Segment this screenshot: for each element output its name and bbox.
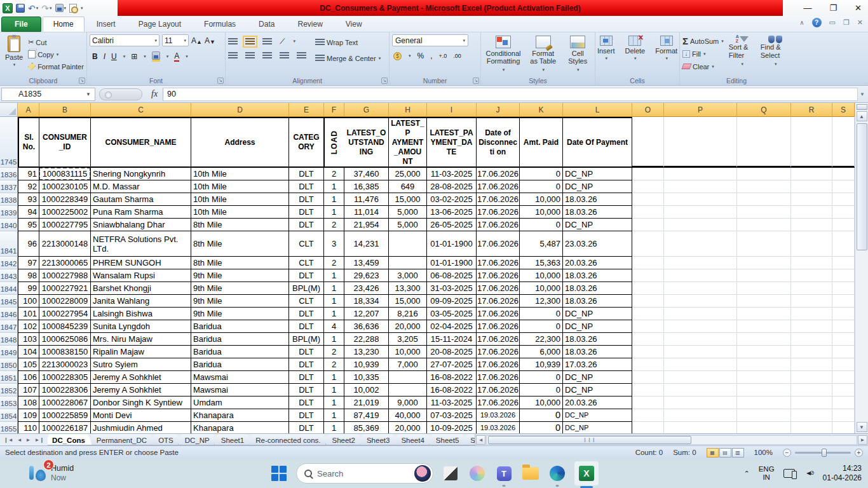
cell[interactable]: DC_NP [563, 308, 632, 320]
cell[interactable]: Mawsmai [191, 384, 289, 396]
cell[interactable]: 17.06.2026 [477, 219, 520, 231]
cell[interactable] [791, 168, 832, 180]
column-header-G[interactable]: G [344, 103, 389, 117]
cell[interactable]: 23.03.26 [563, 231, 632, 257]
alignment-dialog-launcher[interactable]: ↘ [381, 78, 388, 84]
cell[interactable] [664, 180, 737, 193]
scroll-left-icon[interactable]: ◄ [476, 435, 485, 445]
scroll-down-icon[interactable]: ▼ [857, 422, 867, 432]
cell[interactable]: 20.03.26 [563, 396, 632, 409]
cell[interactable]: DC_NP [563, 168, 632, 180]
ribbon-tab-file[interactable]: File [1, 17, 41, 32]
cell[interactable]: BPL(M) [289, 282, 324, 295]
ribbon-tab-formulas[interactable]: Formulas [193, 17, 247, 32]
cell[interactable]: 106 [18, 371, 39, 384]
minimize-button[interactable]: — [803, 4, 811, 12]
cell[interactable]: 0 [520, 409, 563, 422]
column-header-P[interactable]: P [664, 103, 737, 117]
cell[interactable]: 1 [324, 193, 344, 206]
cell[interactable]: 11-03-2025 [427, 168, 477, 180]
volume-muted-icon[interactable] [804, 469, 814, 478]
cell[interactable] [664, 333, 737, 346]
cell[interactable]: 17.06.2026 [477, 168, 520, 180]
cell[interactable]: 9th Mile [191, 308, 289, 320]
cell[interactable]: 1000227954 [39, 308, 91, 320]
autosum-button[interactable]: ΣAutoSum▾ [682, 36, 724, 46]
cell[interactable] [632, 257, 664, 269]
first-sheet-icon[interactable]: ❙◄ [4, 437, 13, 443]
fill-button[interactable]: ↓Fill▾ [682, 48, 724, 59]
cell[interactable] [737, 346, 791, 358]
cell[interactable]: 03-02-2025 [427, 193, 477, 206]
cell[interactable] [664, 282, 737, 295]
cell[interactable]: 2213000065 [39, 257, 91, 269]
column-header-F[interactable]: F [324, 103, 344, 117]
cell[interactable]: 01-01-1900 [427, 257, 477, 269]
row-number-1847[interactable]: 1847 [0, 320, 18, 333]
cell[interactable]: 14,231 [344, 231, 389, 257]
cell[interactable]: 0 [520, 308, 563, 320]
cell[interactable] [832, 231, 855, 257]
row-number-1853[interactable]: 1853 [0, 396, 18, 409]
zoom-level[interactable]: 100% [754, 449, 773, 456]
last-sheet-icon[interactable]: ►❙ [34, 437, 44, 443]
shrink-font-button[interactable]: A▼ [205, 36, 215, 45]
taskbar-search[interactable]: Search [296, 463, 433, 484]
paste-button[interactable]: Paste ▾ [3, 34, 25, 72]
cell[interactable]: 20,000 [389, 320, 427, 333]
cell[interactable]: Donbor Singh K Syntiew [91, 396, 191, 409]
cell[interactable] [832, 180, 855, 193]
cell[interactable]: 87,419 [344, 409, 389, 422]
cell[interactable] [632, 371, 664, 384]
cell[interactable]: 9th Mile [191, 295, 289, 308]
row-number-1841[interactable]: 1841 [0, 231, 18, 257]
cell[interactable]: DLT [289, 346, 324, 358]
cell[interactable]: Barshet Khongji [91, 282, 191, 295]
cell[interactable]: 16-08-2022 [427, 384, 477, 396]
cell[interactable]: DLT [289, 409, 324, 422]
sheet-tab-sheet1[interactable]: Sheet1 [214, 434, 251, 445]
cell[interactable]: 94 [18, 206, 39, 219]
name-box-dropdown-icon[interactable]: ▼ [86, 92, 91, 97]
cell[interactable]: DC_NP [563, 422, 632, 433]
taskbar-edge[interactable] [548, 464, 567, 483]
taskbar-teams[interactable]: T [494, 464, 513, 483]
cell[interactable] [791, 231, 832, 257]
cell[interactable]: 1000227921 [39, 282, 91, 295]
excel-logo-icon[interactable]: X [3, 3, 13, 14]
cell[interactable]: 10,000 [520, 396, 563, 409]
cell[interactable]: 1000227988 [39, 269, 91, 282]
cell[interactable]: 1000228305 [39, 371, 91, 384]
cell[interactable]: 0 [520, 371, 563, 384]
workbook-minimize-icon[interactable]: ▭ [829, 18, 836, 27]
align-left-icon[interactable] [228, 52, 238, 59]
cell[interactable] [832, 358, 855, 371]
cell[interactable] [664, 257, 737, 269]
cell[interactable] [632, 333, 664, 346]
cell[interactable]: 85,369 [344, 422, 389, 433]
cell[interactable]: 1000230105 [39, 180, 91, 193]
cell[interactable]: 13-06-2025 [427, 206, 477, 219]
cell[interactable]: 101 [18, 308, 39, 320]
cell[interactable] [389, 384, 427, 396]
sort-filter-button[interactable]: AZ Sort & Filter▾ [729, 34, 756, 72]
cell[interactable] [632, 308, 664, 320]
cell[interactable]: 23,426 [344, 282, 389, 295]
save-button[interactable] [16, 3, 25, 14]
cell[interactable] [632, 320, 664, 333]
header-cell[interactable] [791, 117, 832, 168]
cell[interactable] [737, 371, 791, 384]
cell[interactable]: 10,000 [520, 282, 563, 295]
cell[interactable]: 102 [18, 320, 39, 333]
cell[interactable] [737, 320, 791, 333]
cell[interactable] [832, 206, 855, 219]
clipboard-dialog-launcher[interactable]: ↘ [79, 78, 85, 84]
cell[interactable] [832, 308, 855, 320]
header-cell[interactable]: LATEST_PA YMENT_DA TE [427, 117, 477, 168]
cell[interactable]: Sunita Lyngdoh [91, 320, 191, 333]
normal-view-button[interactable]: ▦ [707, 448, 719, 458]
cell[interactable]: 17.03.26 [563, 358, 632, 371]
cell[interactable]: 5,000 [389, 206, 427, 219]
help-icon[interactable]: ? [812, 18, 822, 27]
fill-color-qat-button[interactable]: ▾ [55, 3, 67, 14]
